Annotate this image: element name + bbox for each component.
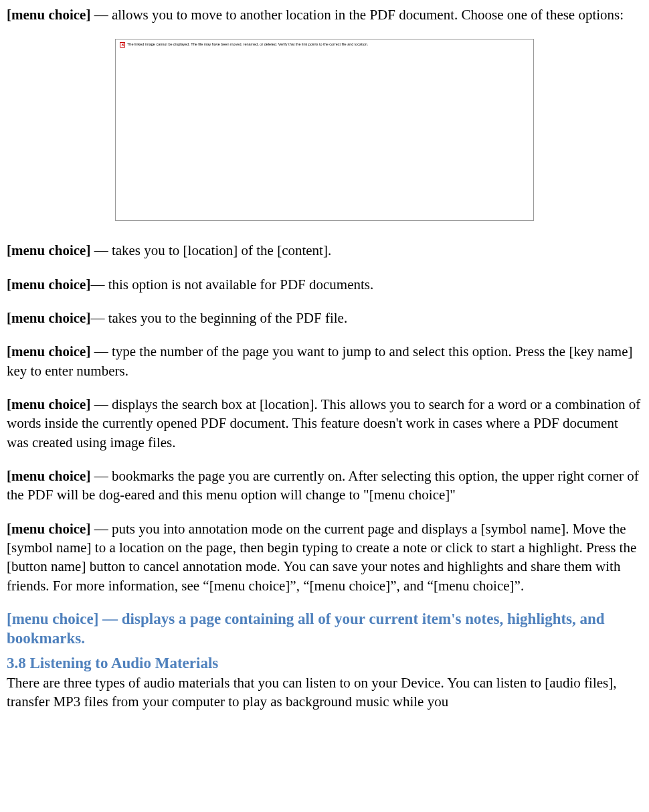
menu-choice-label: [menu choice] xyxy=(7,310,90,326)
image-placeholder-container: ✕ The linked image cannot be displayed. … xyxy=(7,39,642,221)
paragraph-menu-search: [menu choice] — displays the search box … xyxy=(7,395,642,452)
paragraph-menu-annotation: [menu choice] — puts you into annotation… xyxy=(7,519,642,595)
paragraph-text: — allows you to move to another location… xyxy=(90,7,624,23)
paragraph-menu-not-available: [menu choice]— this option is not availa… xyxy=(7,275,642,294)
missing-image-text: The linked image cannot be displayed. Th… xyxy=(127,42,368,47)
menu-choice-label: [menu choice] xyxy=(7,396,90,412)
paragraph-text: — bookmarks the page you are currently o… xyxy=(7,468,639,503)
paragraph-menu-beginning: [menu choice]— takes you to the beginnin… xyxy=(7,309,642,327)
paragraph-menu-takes-location: [menu choice] — takes you to [location] … xyxy=(7,241,642,260)
paragraph-text: — takes you to [location] of the [conten… xyxy=(90,242,331,258)
menu-choice-label: [menu choice] xyxy=(7,276,90,293)
menu-choice-label: [menu choice] xyxy=(7,521,90,537)
missing-image-label: ✕ The linked image cannot be displayed. … xyxy=(120,42,529,48)
menu-choice-label: [menu choice] xyxy=(7,468,90,484)
missing-image-placeholder: ✕ The linked image cannot be displayed. … xyxy=(115,39,534,221)
paragraph-audio-materials: There are three types of audio materials… xyxy=(7,673,642,712)
paragraph-text: — displays the search box at [location].… xyxy=(7,396,640,451)
error-x-icon: ✕ xyxy=(120,42,125,48)
paragraph-text: — takes you to the beginning of the PDF … xyxy=(90,310,347,326)
paragraph-menu-page-number: [menu choice] — type the number of the p… xyxy=(7,342,642,380)
paragraph-menu-go-to-location: [menu choice] — allows you to move to an… xyxy=(7,5,642,24)
heading-section-3-8: 3.8 Listening to Audio Materials xyxy=(7,653,642,673)
menu-choice-label: [menu choice] xyxy=(7,343,90,359)
paragraph-menu-bookmark: [menu choice] — bookmarks the page you a… xyxy=(7,467,642,505)
paragraph-text: — puts you into annotation mode on the c… xyxy=(7,521,636,594)
heading-menu-notes-bookmarks: [menu choice] — displays a page containi… xyxy=(7,610,642,649)
paragraph-text: — type the number of the page you want t… xyxy=(7,343,632,378)
menu-choice-label: [menu choice] xyxy=(7,242,90,258)
paragraph-text: — this option is not available for PDF d… xyxy=(90,276,373,293)
menu-choice-label: [menu choice] xyxy=(7,7,90,23)
